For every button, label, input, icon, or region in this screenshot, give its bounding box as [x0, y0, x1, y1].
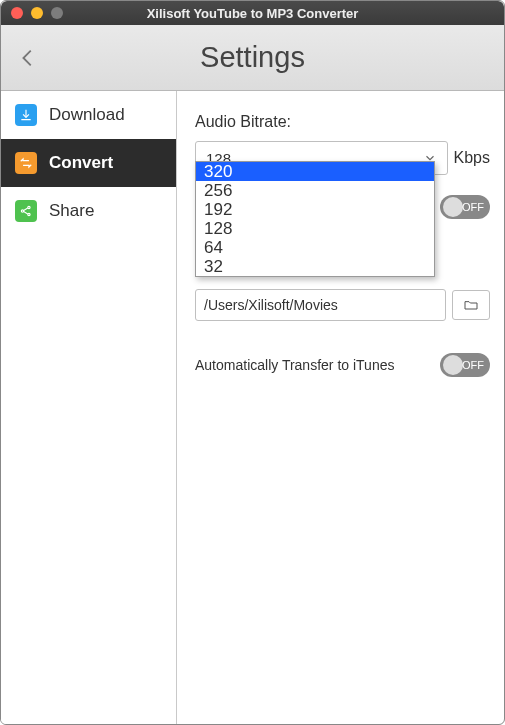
- toggle-state: OFF: [462, 359, 484, 371]
- sidebar-item-download[interactable]: Download: [1, 91, 176, 139]
- destination-path-input[interactable]: [195, 289, 446, 321]
- sidebar: Download Convert Share: [1, 91, 177, 724]
- bitrate-option-256[interactable]: 256: [196, 181, 434, 200]
- sidebar-item-label: Share: [49, 201, 94, 221]
- svg-point-2: [28, 213, 30, 215]
- bitrate-option-64[interactable]: 64: [196, 238, 434, 257]
- browse-folder-button[interactable]: [452, 290, 490, 320]
- maximize-window-button[interactable]: [51, 7, 63, 19]
- sidebar-item-label: Convert: [49, 153, 113, 173]
- minimize-window-button[interactable]: [31, 7, 43, 19]
- bitrate-unit: Kbps: [454, 149, 490, 167]
- sidebar-item-convert[interactable]: Convert: [1, 139, 176, 187]
- sidebar-item-share[interactable]: Share: [1, 187, 176, 235]
- convert-icon: [15, 152, 37, 174]
- settings-content: Audio Bitrate: 128 Kbps 320 256 192 128 …: [177, 91, 504, 724]
- toggle-knob: [443, 197, 463, 217]
- bitrate-option-320[interactable]: 320: [196, 162, 434, 181]
- hidden-setting-toggle[interactable]: OFF: [440, 195, 490, 219]
- download-icon: [15, 104, 37, 126]
- toggle-knob: [443, 355, 463, 375]
- svg-point-0: [21, 210, 23, 212]
- bitrate-option-192[interactable]: 192: [196, 200, 434, 219]
- itunes-transfer-toggle[interactable]: OFF: [440, 353, 490, 377]
- itunes-transfer-label: Automatically Transfer to iTunes: [195, 357, 394, 373]
- page-title: Settings: [1, 41, 504, 74]
- audio-bitrate-label: Audio Bitrate:: [195, 113, 490, 131]
- titlebar: Xilisoft YouTube to MP3 Converter: [1, 1, 504, 25]
- back-button[interactable]: [13, 38, 43, 78]
- close-window-button[interactable]: [11, 7, 23, 19]
- bitrate-option-32[interactable]: 32: [196, 257, 434, 276]
- sidebar-item-label: Download: [49, 105, 125, 125]
- toggle-state: OFF: [462, 201, 484, 213]
- window-title: Xilisoft YouTube to MP3 Converter: [1, 6, 504, 21]
- audio-bitrate-dropdown[interactable]: 320 256 192 128 64 32: [195, 161, 435, 277]
- share-icon: [15, 200, 37, 222]
- bitrate-option-128[interactable]: 128: [196, 219, 434, 238]
- settings-header: Settings: [1, 25, 504, 91]
- svg-point-1: [28, 206, 30, 208]
